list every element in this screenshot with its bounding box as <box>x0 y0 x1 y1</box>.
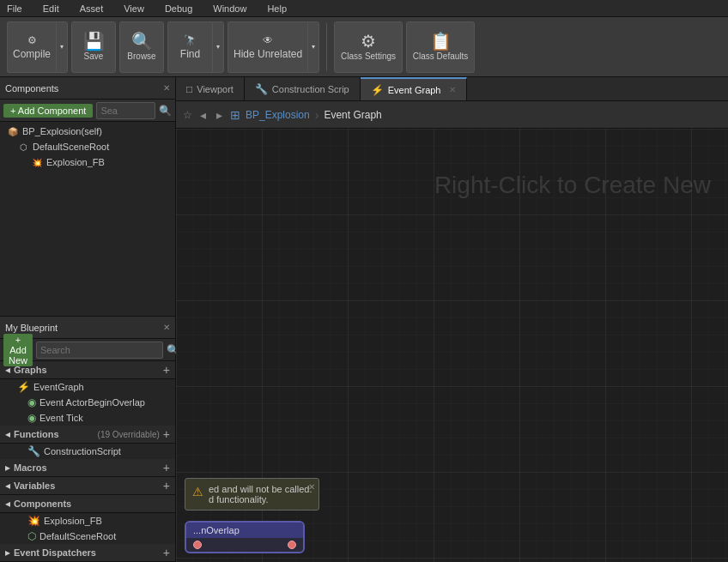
event-tick-label: Event Tick <box>39 413 83 423</box>
warning-popup: ⚠ ed and will not be called. d functiona… <box>185 478 319 511</box>
breadcrumb-blueprint-icon: ⊞ <box>230 108 240 122</box>
tab-construction-script[interactable]: 🔧 Construction Scrip <box>245 77 361 100</box>
save-button[interactable]: 💾 Save <box>71 21 116 73</box>
breadcrumb-separator: › <box>315 108 319 122</box>
breadcrumb-star[interactable]: ☆ <box>183 109 192 121</box>
bp-defaultsceneroot-label: DefaultSceneRoot <box>39 531 116 541</box>
bp-node-header: ...nOverlap <box>186 523 303 538</box>
add-component-button[interactable]: + Add Component <box>3 104 93 118</box>
find-icon: 🔭 <box>184 34 197 46</box>
eventgraph-icon: ⚡ <box>17 381 30 393</box>
comp-label-explosion-fb: Explosion_FB <box>46 157 105 167</box>
compile-dropdown[interactable]: ▾ <box>56 21 68 73</box>
menu-item-edit[interactable]: Edit <box>39 3 63 14</box>
menu-item-debug[interactable]: Debug <box>161 3 196 14</box>
macros-collapse-icon: ▸ <box>5 462 10 474</box>
my-blueprint-panel: My Blueprint ✕ + Add New 🔍 👁 ▾ ◂ Graphs … <box>0 316 175 562</box>
graphs-add-button[interactable]: + <box>163 364 170 376</box>
bp-defaultsceneroot-item[interactable]: ⬡ DefaultSceneRoot <box>0 529 175 544</box>
find-button[interactable]: 🔭 Find <box>167 21 212 73</box>
components-panel-title: Components <box>5 83 160 94</box>
bp-components-title: Components <box>14 499 170 509</box>
variables-title: Variables <box>14 480 160 491</box>
event-tick-item[interactable]: ◉ Event Tick <box>0 410 175 426</box>
compile-button-group: ⚙ Compile ▾ <box>7 21 68 73</box>
comp-item-sceneroot[interactable]: ⬡ DefaultSceneRoot <box>0 139 175 154</box>
event-graph-tab-label: Event Graph <box>388 85 441 95</box>
hide-unrelated-button[interactable]: 👁 Hide Unrelated <box>228 21 307 73</box>
class-settings-label: Class Settings <box>341 51 396 61</box>
macros-section-header[interactable]: ▸ Macros + <box>0 459 175 477</box>
event-tick-icon: ◉ <box>27 412 36 424</box>
components-search-input[interactable] <box>96 102 155 119</box>
event-actoroverlap-item[interactable]: ◉ Event ActorBeginOverlap <box>0 395 175 410</box>
event-dispatchers-section-header[interactable]: ▸ Event Dispatchers + <box>0 544 175 562</box>
bp-explosion-fb-item[interactable]: 💥 Explosion_FB <box>0 513 175 529</box>
variables-section-header[interactable]: ◂ Variables + <box>0 477 175 495</box>
add-new-button[interactable]: + Add New <box>3 334 33 366</box>
eventgraph-item[interactable]: ⚡ EventGraph <box>0 379 175 395</box>
eventgraph-label: EventGraph <box>33 382 84 392</box>
menu-item-asset[interactable]: Asset <box>76 3 107 14</box>
class-settings-button[interactable]: ⚙ Class Settings <box>334 21 403 73</box>
compile-button[interactable]: ⚙ Compile <box>7 21 56 73</box>
my-blueprint-title: My Blueprint <box>5 323 160 333</box>
construction-script-label: ConstructionScript <box>44 446 121 456</box>
compile-label: Compile <box>13 48 51 60</box>
browse-button[interactable]: 🔍 Browse <box>119 21 164 73</box>
pin-dot-out <box>288 541 296 549</box>
components-panel-close[interactable]: ✕ <box>163 83 170 93</box>
menu-item-file[interactable]: File <box>3 3 26 14</box>
comp-label-sceneroot: DefaultSceneRoot <box>33 142 109 152</box>
breadcrumb-back-button[interactable]: ◂ <box>197 108 209 122</box>
variables-add-button[interactable]: + <box>163 480 170 492</box>
comp-item-explosion-fb[interactable]: 💥 Explosion_FB <box>0 154 175 170</box>
hide-unrelated-dropdown[interactable]: ▾ <box>307 21 319 73</box>
construction-tab-icon: 🔧 <box>255 83 268 95</box>
event-dispatchers-collapse-icon: ▸ <box>5 547 10 559</box>
self-icon: 📦 <box>7 125 19 137</box>
menu-item-view[interactable]: View <box>120 3 148 14</box>
breadcrumb-forward-button[interactable]: ▸ <box>214 108 225 122</box>
macros-add-button[interactable]: + <box>163 462 170 474</box>
macros-title: Macros <box>14 462 160 473</box>
tab-viewport[interactable]: □ Viewport <box>176 77 245 100</box>
graph-canvas[interactable]: Right-Click to Create New ⚠ ed and will … <box>176 129 728 562</box>
bp-defaultsceneroot-icon: ⬡ <box>27 530 36 542</box>
my-blueprint-close[interactable]: ✕ <box>163 323 170 332</box>
graphs-section-header[interactable]: ◂ Graphs + <box>0 361 175 379</box>
event-dispatchers-title: Event Dispatchers <box>14 547 160 558</box>
save-label: Save <box>84 51 104 61</box>
construction-script-item[interactable]: 🔧 ConstructionScript <box>0 444 175 459</box>
components-search-icon[interactable]: 🔍 <box>159 105 172 117</box>
comp-item-self[interactable]: 📦 BP_Explosion(self) <box>0 124 175 139</box>
tab-event-graph[interactable]: ⚡ Event Graph ✕ <box>361 77 467 100</box>
bp-explosion-fb-icon: 💥 <box>27 515 40 527</box>
find-dropdown[interactable]: ▾ <box>212 21 224 73</box>
breadcrumb-current: Event Graph <box>324 109 381 121</box>
functions-add-button[interactable]: + <box>163 428 170 440</box>
class-settings-icon: ⚙ <box>361 33 376 50</box>
bp-components-section-header[interactable]: ◂ Components <box>0 495 175 513</box>
event-actoroverlap-icon: ◉ <box>27 396 36 408</box>
event-graph-tab-close[interactable]: ✕ <box>449 85 456 94</box>
warning-close-button[interactable]: ✕ <box>308 482 315 492</box>
viewport-tab-icon: □ <box>186 83 192 95</box>
breadcrumb-blueprint-link[interactable]: BP_Explosion <box>246 109 310 121</box>
bp-components-collapse-icon: ◂ <box>5 498 10 510</box>
construction-tab-label: Construction Scrip <box>272 84 349 94</box>
functions-section-header[interactable]: ◂ Functions (19 Overridable) + <box>0 426 175 444</box>
hide-unrelated-label: Hide Unrelated <box>234 48 302 60</box>
class-defaults-button[interactable]: 📋 Class Defaults <box>406 21 475 73</box>
my-blueprint-search-input[interactable] <box>36 341 163 359</box>
bp-node[interactable]: ...nOverlap <box>185 521 305 553</box>
menu-item-help[interactable]: Help <box>264 3 290 14</box>
save-icon: 💾 <box>83 33 105 50</box>
sceneroot-icon: ⬡ <box>17 141 29 153</box>
find-label: Find <box>180 48 200 60</box>
menu-item-window[interactable]: Window <box>209 3 250 14</box>
hide-unrelated-icon: 👁 <box>263 34 273 46</box>
event-dispatchers-add-button[interactable]: + <box>163 547 170 559</box>
components-list: 📦 BP_Explosion(self) ⬡ DefaultSceneRoot … <box>0 122 175 316</box>
graphs-title: Graphs <box>14 365 160 375</box>
